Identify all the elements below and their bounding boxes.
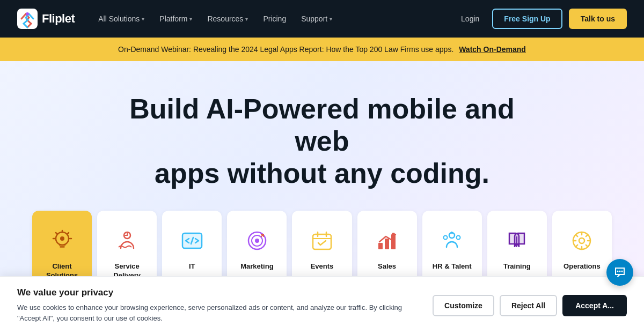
hand-gear-icon	[113, 227, 141, 255]
target-icon	[243, 227, 271, 255]
gear-circle-icon	[568, 227, 596, 255]
svg-line-34	[576, 235, 578, 237]
svg-line-4	[56, 233, 57, 234]
fliplet-logo-icon	[17, 9, 38, 29]
nav-right: Login Free Sign Up Talk to us	[455, 9, 627, 29]
chat-icon	[613, 266, 626, 279]
svg-point-29	[579, 238, 584, 243]
svg-point-23	[392, 233, 395, 236]
svg-line-35	[586, 245, 588, 247]
lightbulb-icon	[48, 227, 76, 255]
chat-bubble-button[interactable]	[606, 259, 633, 286]
card-label: IT	[189, 262, 195, 271]
cookie-title: We value your privacy	[17, 287, 415, 298]
cookie-buttons: Customize Reject All Accept A...	[433, 295, 627, 314]
svg-point-26	[457, 236, 460, 240]
svg-point-15	[255, 239, 259, 243]
svg-rect-16	[313, 234, 331, 249]
svg-line-36	[586, 235, 588, 237]
logo-text: Fliplet	[42, 12, 75, 26]
login-link[interactable]: Login	[455, 10, 486, 27]
svg-point-25	[444, 236, 448, 240]
svg-point-1	[26, 12, 29, 16]
cookie-description: We use cookies to enhance your browsing …	[17, 302, 415, 314]
card-label: Marketing	[240, 262, 273, 271]
chevron-down-icon: ▾	[142, 16, 144, 22]
banner-link[interactable]: Watch On-Demand	[459, 45, 526, 54]
reject-all-button[interactable]: Reject All	[500, 295, 557, 314]
chevron-down-icon: ▾	[245, 16, 248, 22]
card-label: Sales	[378, 262, 396, 271]
svg-line-5	[68, 233, 69, 234]
logo[interactable]: Fliplet	[17, 9, 75, 29]
nav-item-all-solutions[interactable]: All Solutions ▾	[92, 10, 151, 27]
calendar-check-icon	[308, 227, 336, 255]
nav-items: All Solutions ▾ Platform ▾ Resources ▾ P…	[92, 10, 450, 27]
talk-to-us-button[interactable]: Talk to us	[569, 9, 627, 29]
announcement-banner: On-Demand Webinar: Revealing the 2024 Le…	[0, 38, 644, 61]
svg-point-39	[619, 271, 621, 272]
cookie-consent-banner: We value your privacy We use cookies to …	[0, 276, 644, 314]
nav-item-platform[interactable]: Platform ▾	[153, 10, 199, 27]
card-label: Training	[503, 262, 531, 271]
code-icon	[178, 227, 206, 255]
svg-point-8	[60, 236, 64, 241]
svg-point-38	[617, 271, 619, 272]
book-icon	[503, 227, 531, 255]
svg-point-24	[449, 233, 455, 238]
chart-up-icon	[373, 227, 401, 255]
chevron-down-icon: ▾	[330, 16, 332, 22]
card-label: Operations	[564, 262, 601, 271]
nav-item-resources[interactable]: Resources ▾	[201, 10, 254, 27]
svg-rect-21	[385, 239, 389, 249]
banner-text: On-Demand Webinar: Revealing the 2024 Le…	[118, 45, 453, 54]
customize-button[interactable]: Customize	[433, 295, 494, 314]
nav-item-pricing[interactable]: Pricing	[257, 10, 292, 27]
card-label: HR & Talent	[433, 262, 472, 271]
cookie-text-area: We value your privacy We use cookies to …	[17, 287, 415, 314]
svg-point-40	[621, 271, 623, 272]
svg-line-37	[576, 245, 578, 247]
free-signup-button[interactable]: Free Sign Up	[492, 9, 562, 29]
nav-item-support[interactable]: Support ▾	[295, 10, 339, 27]
accept-all-button[interactable]: Accept A...	[562, 295, 627, 314]
svg-rect-20	[378, 243, 383, 249]
hero-headline: Build AI-Powered mobile and web apps wit…	[113, 93, 531, 189]
card-label: Events	[311, 262, 334, 271]
chevron-down-icon: ▾	[189, 16, 192, 22]
people-star-icon	[438, 227, 466, 255]
